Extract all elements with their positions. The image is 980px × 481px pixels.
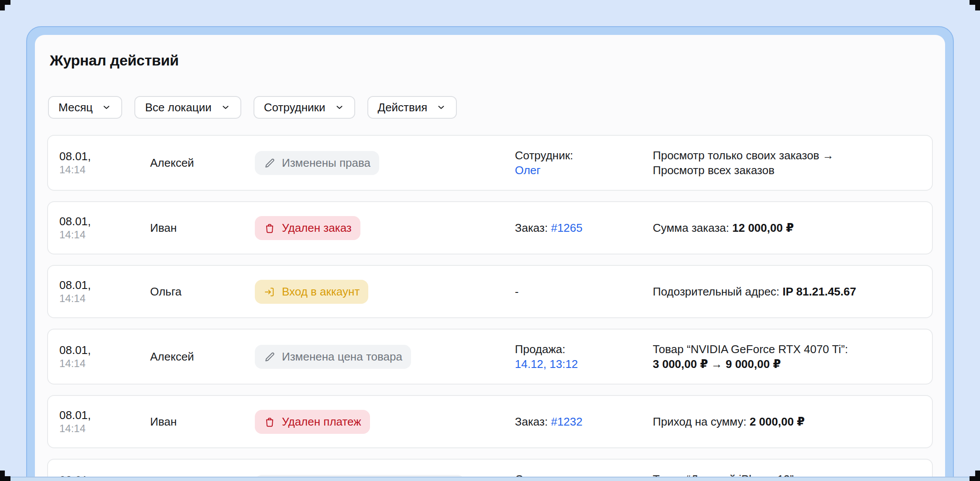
row-object: Заказ: #1265 <box>515 220 653 235</box>
details-line: Просмотр только своих заказов → <box>653 148 921 163</box>
action-badge-label: Изменены права <box>282 156 370 170</box>
object-label: Продажа: <box>515 342 653 357</box>
row-user: Алексей <box>150 350 255 364</box>
filter-locations[interactable]: Все локации <box>134 96 241 119</box>
object-label: Сотрудник: <box>515 148 653 163</box>
action-badge-order-deleted: Удален заказ <box>255 216 360 240</box>
filter-employees-label: Сотрудники <box>264 101 326 114</box>
object-link[interactable]: #1232 <box>551 415 583 428</box>
frame-corner-mark <box>970 471 980 481</box>
log-row: 08.01, 14:14 Алексей Изменены права Сотр… <box>47 135 933 191</box>
frame-corner-mark <box>0 471 10 481</box>
object-label: Заказ: <box>515 415 548 428</box>
pencil-icon <box>264 351 276 363</box>
row-time: 14:14 <box>59 357 150 370</box>
row-details: Подозрительный адрес: IP 81.21.45.67 <box>653 284 921 299</box>
activity-log-card: Журнал действий Месяц Все локации Сотруд… <box>26 26 954 481</box>
filter-actions[interactable]: Действия <box>367 96 457 119</box>
row-date: 08.01, <box>59 214 150 228</box>
action-badge-account-login: Вход в аккаунт <box>255 280 368 304</box>
bottom-edge-strip <box>0 477 980 481</box>
chevron-down-icon <box>334 102 345 113</box>
row-details: Просмотр только своих заказов → Просмотр… <box>653 148 921 178</box>
details-line: Товар “NVIDIA GeForce RTX 4070 Ti”: <box>653 342 921 357</box>
row-datetime: 08.01, 14:14 <box>59 214 150 241</box>
log-rows: 08.01, 14:14 Алексей Изменены права Сотр… <box>47 135 933 481</box>
row-user: Иван <box>150 221 255 235</box>
row-time: 14:14 <box>59 163 150 176</box>
trash-icon <box>264 222 276 234</box>
action-badge-price-changed: Изменена цена товара <box>255 345 411 369</box>
action-badge-label: Удален заказ <box>282 221 352 235</box>
object-label: Заказ: <box>515 221 548 234</box>
object-link[interactable]: 14.12, 13:12 <box>515 357 578 371</box>
activity-log-card-inner: Журнал действий Месяц Все локации Сотруд… <box>35 35 945 481</box>
frame-corner-mark <box>0 0 10 10</box>
row-datetime: 08.01, 14:14 <box>59 149 150 176</box>
row-object: Заказ: #1232 <box>515 414 653 429</box>
chevron-down-icon <box>101 102 112 113</box>
filter-actions-label: Действия <box>378 101 428 114</box>
details-line: Приход на сумму: 2 000,00 ₽ <box>653 414 921 429</box>
chevron-down-icon <box>436 102 446 113</box>
row-datetime: 08.01, 14:14 <box>59 278 150 305</box>
object-link[interactable]: Олег <box>515 164 541 177</box>
log-row: 08.01, 14:14 Ольга Вход в аккаунт - Подо… <box>47 265 933 318</box>
filter-locations-label: Все локации <box>145 101 211 114</box>
row-date: 08.01, <box>59 278 150 292</box>
filter-month[interactable]: Месяц <box>48 96 122 119</box>
row-time: 14:14 <box>59 292 150 305</box>
action-badge-label: Вход в аккаунт <box>282 285 360 299</box>
page-title: Журнал действий <box>50 52 933 69</box>
object-label: - <box>515 285 519 298</box>
row-date: 08.01, <box>59 343 150 357</box>
frame-corner-mark <box>970 0 980 10</box>
log-row: 08.01, 14:14 Иван Удален платеж Заказ: #… <box>47 395 933 448</box>
row-object: Продажа: 14.12, 13:12 <box>515 342 653 371</box>
row-user: Алексей <box>150 156 255 170</box>
details-line: Сумма заказа: 12 000,00 ₽ <box>653 220 921 235</box>
row-time: 14:14 <box>59 228 150 241</box>
row-datetime: 08.01, 14:14 <box>59 408 150 435</box>
row-object: - <box>515 284 653 299</box>
row-details: Приход на сумму: 2 000,00 ₽ <box>653 414 921 429</box>
login-icon <box>264 286 276 298</box>
chevron-down-icon <box>220 102 231 113</box>
row-datetime: 08.01, 14:14 <box>59 343 150 370</box>
row-time: 14:14 <box>59 422 150 435</box>
row-details: Сумма заказа: 12 000,00 ₽ <box>653 220 921 235</box>
details-line: Подозрительный адрес: IP 81.21.45.67 <box>653 284 921 299</box>
object-link[interactable]: #1265 <box>551 221 583 234</box>
row-date: 08.01, <box>59 408 150 422</box>
pencil-icon <box>264 157 276 169</box>
trash-icon <box>264 416 276 428</box>
action-badge-label: Удален платеж <box>282 415 361 429</box>
row-user: Ольга <box>150 285 255 299</box>
details-line: Просмотр всех заказов <box>653 163 921 178</box>
row-details: Товар “NVIDIA GeForce RTX 4070 Ti”: 3 00… <box>653 342 921 371</box>
log-row: 08.01, 14:14 Алексей Изменена цена товар… <box>47 329 933 385</box>
filters-bar: Месяц Все локации Сотрудники Действия <box>48 96 933 119</box>
row-user: Иван <box>150 415 255 429</box>
action-badge-permissions-changed: Изменены права <box>255 151 379 175</box>
details-line: 3 000,00 ₽ → 9 000,00 ₽ <box>653 357 921 371</box>
row-date: 08.01, <box>59 149 150 163</box>
filter-employees[interactable]: Сотрудники <box>254 96 355 119</box>
action-badge-label: Изменена цена товара <box>282 350 402 364</box>
action-badge-payment-deleted: Удален платеж <box>255 410 370 434</box>
log-row: 08.01, 14:14 Иван Удален заказ Заказ: #1… <box>47 201 933 254</box>
row-object: Сотрудник: Олег <box>515 148 653 178</box>
filter-month-label: Месяц <box>58 101 93 114</box>
